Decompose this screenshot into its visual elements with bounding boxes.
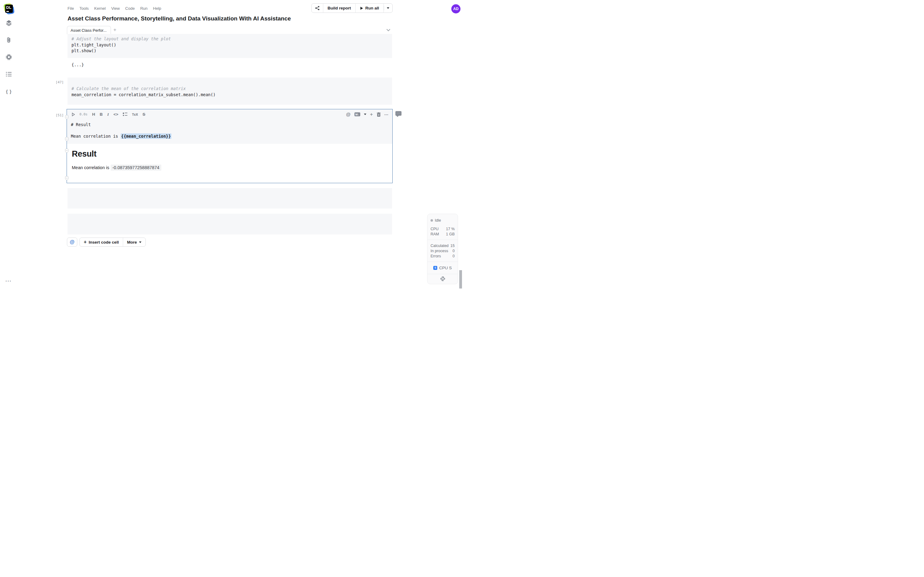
left-sidebar: DL [0,0,18,288]
cell-exec-label: [51] [56,113,66,117]
machine-badge: S [433,266,437,270]
code-format-button[interactable]: <> [113,112,118,117]
cell-more-icon[interactable]: ⋯ [384,112,389,117]
datalore-notebook-window: DL [0,0,462,288]
rendered-text: Mean correlation is [72,165,109,170]
machine-selector[interactable]: S CPU S [428,266,458,270]
comment-bubble-icon[interactable]: ··· [396,111,402,116]
kernel-status-panel: Idle CPU17 % RAM1 GB Calculated15 In pro… [427,214,458,284]
environment-chip-icon[interactable] [5,53,13,61]
add-tab-button[interactable]: + [113,27,116,33]
cell-exec-label: [47] [56,80,66,84]
rendered-value: -0.08735977258887874 [111,164,162,171]
code-cell-47[interactable]: # Calculate the mean of the correlation … [68,77,392,105]
markdown-rendered-output: Result Mean correlation is -0.0873597725… [67,144,393,183]
menu-bar: File Tools Kernel View Code Run Help [68,6,162,11]
markdown-source-editor[interactable]: # Result Mean correlation is {{mean_corr… [67,119,393,139]
more-button[interactable]: More [123,238,145,247]
collapse-handle[interactable]: – [65,149,68,153]
code-comment: # Calculate the mean of the correlation … [71,86,392,92]
variables-braces-icon[interactable]: { } [5,87,13,95]
in-process-row: In process0 [431,249,455,253]
scrollbar-thumb[interactable] [459,270,462,288]
status-dot-icon [431,219,433,222]
run-all-button[interactable]: Run all [356,4,384,13]
share-button[interactable] [312,4,323,13]
list-format-button[interactable] [123,112,128,116]
code-cell-plot[interactable]: # Adjust the layout and display the plot… [68,34,392,58]
source-text: Mean correlation is [71,134,121,139]
page-title: Asset Class Performance, Storytelling, a… [68,15,291,22]
avatar[interactable]: AD [451,4,460,13]
strikethrough-format-button[interactable]: S [143,112,145,117]
menu-run[interactable]: Run [140,6,148,11]
menu-file[interactable]: File [68,6,74,11]
markdown-type-badge[interactable]: M↓ [354,112,360,116]
source-heading-line: # Result [71,121,393,127]
logo-plate: DL [5,5,13,13]
ai-assistant-icon[interactable]: @ [346,112,351,117]
code-line: mean_correlation = correlation_matrix_su… [71,92,392,98]
empty-cell[interactable] [68,214,392,234]
delete-cell-icon[interactable] [377,112,381,117]
menu-view[interactable]: View [111,6,120,11]
menu-help[interactable]: Help [153,6,162,11]
run-cell-icon[interactable] [72,113,75,116]
ram-row: RAM1 GB [431,232,455,236]
collapse-tabbar-chevron-icon[interactable] [386,27,391,33]
run-options-dropdown[interactable] [384,4,393,13]
cell-drag-handle[interactable]: – [65,115,68,119]
menu-kernel[interactable]: Kernel [94,6,106,11]
build-report-button[interactable]: Build report [323,4,356,13]
insert-code-cell-button[interactable]: + Insert code cell [80,238,123,247]
cpu-row: CPU17 % [431,227,455,231]
chevron-down-icon [139,242,142,243]
markdown-cell-51[interactable]: 0.0s H B I <> TᴇX S @ M↓ + [66,109,393,183]
add-cell-icon[interactable]: + [370,111,373,118]
play-icon [360,6,363,10]
notebooks-layers-icon[interactable] [5,19,13,27]
insert-actions: + Insert code cell More [79,237,146,247]
variable-token[interactable]: {{mean_correlation}} [121,134,172,139]
cell-type-chevron-icon[interactable] [364,114,367,115]
datalore-logo[interactable]: DL [4,4,14,14]
chevron-down-icon [387,7,389,9]
collapsed-output[interactable]: {...} [71,62,84,67]
errors-row: Errors0 [431,254,455,258]
collapse-handle[interactable]: – [65,137,68,141]
empty-cell[interactable] [68,188,392,208]
ai-assistant-button[interactable]: @ [67,237,77,247]
kernel-state-row: Idle [431,218,455,222]
header-actions: Build report Run all [311,3,393,13]
cell-toolbar: 0.0s H B I <> TᴇX S @ M↓ + [67,109,393,119]
rendered-heading: Result [72,149,393,159]
attachments-paperclip-icon[interactable] [5,36,13,44]
bold-format-button[interactable]: B [100,112,103,117]
heading-format-button[interactable]: H [92,112,95,117]
table-of-contents-list-icon[interactable] [5,70,13,78]
code-line: plt.tight_layout() [71,42,392,48]
plus-icon: + [84,239,86,245]
tab-asset-class[interactable]: Asset Class Perfor... [67,26,111,34]
tex-format-button[interactable]: TᴇX [132,113,138,116]
italic-format-button[interactable]: I [107,112,109,117]
code-comment: # Adjust the layout and display the plot [71,36,392,42]
share-icon [315,6,320,10]
exec-time: 0.0s [79,112,88,116]
menu-code[interactable]: Code [125,6,135,11]
collapse-handle[interactable]: – [65,176,68,180]
sidebar-more-icon[interactable]: ⋯ [5,277,12,285]
kernel-state: Idle [435,218,441,222]
code-line: plt.show() [71,48,392,54]
menu-tools[interactable]: Tools [79,6,89,11]
calculated-row: Calculated15 [431,243,455,248]
python-icon[interactable] [428,276,458,282]
